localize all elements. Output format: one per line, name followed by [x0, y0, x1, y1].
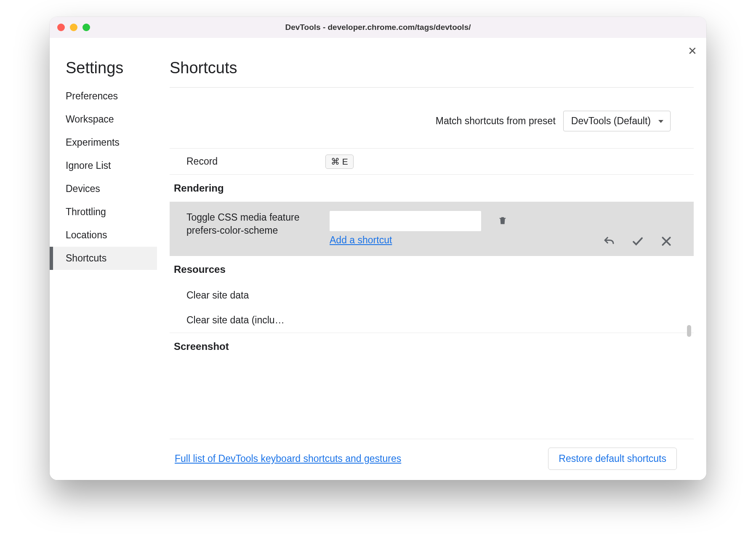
- window-title: DevTools - developer.chrome.com/tags/dev…: [50, 23, 706, 32]
- undo-icon[interactable]: [603, 235, 615, 248]
- full-list-link[interactable]: Full list of DevTools keyboard shortcuts…: [175, 453, 401, 464]
- preset-row: Match shortcuts from preset DevTools (De…: [170, 88, 694, 148]
- shortcuts-scroll[interactable]: Record ⌘ E Rendering Toggle CSS media fe…: [170, 148, 694, 439]
- sidebar-item-shortcuts[interactable]: Shortcuts: [50, 247, 157, 270]
- resource-item-clear-site-data[interactable]: Clear site data: [170, 283, 694, 308]
- confirm-icon[interactable]: [631, 235, 644, 248]
- preset-value: DevTools (Default): [571, 115, 651, 127]
- add-shortcut-link[interactable]: Add a shortcut: [330, 235, 392, 246]
- traffic-lights: [57, 24, 90, 31]
- preset-label: Match shortcuts from preset: [436, 115, 556, 127]
- section-header-resources: Resources: [170, 256, 694, 283]
- shortcut-row-record[interactable]: Record ⌘ E: [170, 148, 694, 174]
- footer: Full list of DevTools keyboard shortcuts…: [170, 439, 694, 480]
- close-window-button[interactable]: [57, 24, 65, 31]
- shortcut-edit-row: Toggle CSS media feature prefers-color-s…: [170, 202, 694, 256]
- sidebar-item-devices[interactable]: Devices: [50, 177, 157, 200]
- sidebar-item-experiments[interactable]: Experiments: [50, 131, 157, 154]
- settings-sidebar: Settings Preferences Workspace Experimen…: [50, 38, 157, 480]
- main-panel: Shortcuts Match shortcuts from preset De…: [157, 38, 706, 480]
- sidebar-item-locations[interactable]: Locations: [50, 224, 157, 247]
- page-title: Shortcuts: [170, 59, 694, 88]
- devtools-settings-window: DevTools - developer.chrome.com/tags/dev…: [50, 17, 706, 480]
- sidebar-item-throttling[interactable]: Throttling: [50, 200, 157, 224]
- minimize-window-button[interactable]: [70, 24, 77, 31]
- preset-select[interactable]: DevTools (Default): [563, 111, 671, 131]
- resource-item-clear-site-data-including[interactable]: Clear site data (inclu…: [170, 308, 694, 333]
- sidebar-item-ignore-list[interactable]: Ignore List: [50, 154, 157, 177]
- shortcut-name: Record: [186, 156, 325, 167]
- section-header-screenshot: Screenshot: [170, 333, 694, 360]
- titlebar: DevTools - developer.chrome.com/tags/dev…: [50, 17, 706, 38]
- sidebar-title: Settings: [50, 59, 157, 85]
- restore-defaults-button[interactable]: Restore default shortcuts: [548, 448, 677, 470]
- section-header-rendering: Rendering: [170, 174, 694, 202]
- content: ✕ Settings Preferences Workspace Experim…: [50, 38, 706, 480]
- sidebar-item-workspace[interactable]: Workspace: [50, 108, 157, 131]
- sidebar-item-preferences[interactable]: Preferences: [50, 85, 157, 108]
- scrollbar-thumb[interactable]: [687, 325, 691, 337]
- edit-actions: [603, 235, 673, 248]
- shortcut-input[interactable]: [330, 211, 481, 231]
- edit-shortcut-name: Toggle CSS media feature prefers-color-s…: [186, 211, 325, 237]
- delete-icon[interactable]: [498, 215, 507, 226]
- cancel-icon[interactable]: [660, 235, 673, 248]
- maximize-window-button[interactable]: [83, 24, 90, 31]
- shortcut-key: ⌘ E: [325, 155, 354, 169]
